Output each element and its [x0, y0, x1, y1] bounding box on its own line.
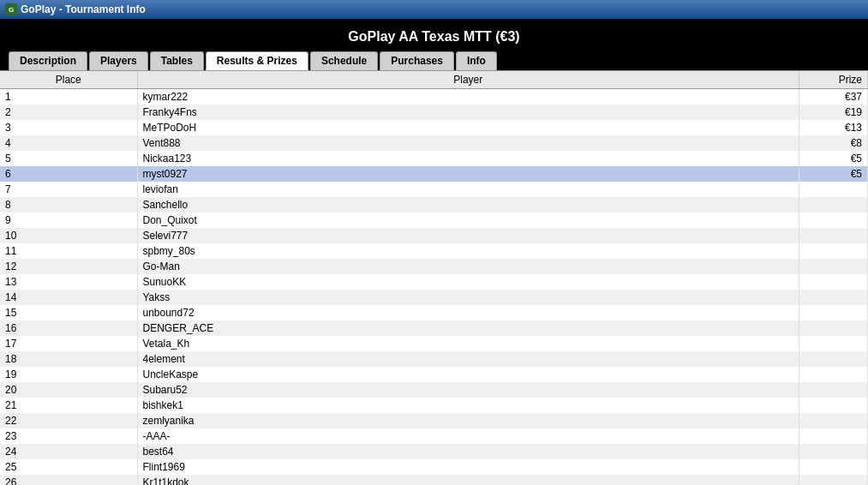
tab-info[interactable]: Info — [456, 51, 497, 70]
player-cell: Nickaa123 — [137, 151, 799, 166]
prize-cell — [799, 197, 868, 213]
place-cell: 14 — [0, 290, 137, 305]
place-cell: 26 — [0, 475, 137, 485]
results-table-container: Place Player Prize 1kymar222€372Franky4F… — [0, 70, 868, 485]
player-cell: Vetala_Kh — [137, 336, 799, 351]
place-cell: 16 — [0, 320, 137, 336]
place-cell: 20 — [0, 382, 137, 398]
prize-cell — [799, 475, 868, 485]
prize-cell — [799, 351, 868, 367]
tab-results[interactable]: Results & Prizes — [206, 51, 308, 70]
prize-cell — [799, 398, 868, 413]
prize-cell: €37 — [799, 89, 868, 105]
player-cell: zemlyanika — [137, 413, 799, 428]
tournament-title: GoPlay AA Texas MTT (€3) — [0, 24, 868, 51]
table-header-row: Place Player Prize — [0, 71, 868, 89]
prize-cell: €13 — [799, 120, 868, 135]
table-row: 13SunuoKK — [0, 274, 868, 290]
tab-players[interactable]: Players — [89, 51, 148, 70]
place-column-header: Place — [0, 71, 137, 89]
table-row: 15unbound72 — [0, 305, 868, 320]
place-cell: 3 — [0, 120, 137, 135]
prize-cell: €19 — [799, 105, 868, 120]
prize-cell — [799, 274, 868, 290]
table-row: 21bishkek1 — [0, 398, 868, 413]
table-row: 16DENGER_ACE — [0, 320, 868, 336]
table-row: 8Sanchello — [0, 197, 868, 213]
place-cell: 9 — [0, 213, 137, 228]
place-cell: 23 — [0, 428, 137, 444]
player-cell: MeTPоDoH — [137, 120, 799, 135]
tab-purchases[interactable]: Purchases — [380, 51, 454, 70]
table-row: 25Flint1969 — [0, 459, 868, 475]
prize-cell — [799, 228, 868, 243]
tab-tables[interactable]: Tables — [150, 51, 204, 70]
prize-column-header: Prize — [799, 71, 868, 89]
player-cell: Selevi777 — [137, 228, 799, 243]
table-row: 17Vetala_Kh — [0, 336, 868, 351]
table-row: 9Don_Quixot — [0, 213, 868, 228]
prize-cell — [799, 320, 868, 336]
table-row: 4Vent888€8 — [0, 135, 868, 151]
app-icon: G — [5, 3, 17, 15]
tab-schedule[interactable]: Schedule — [310, 51, 378, 70]
player-cell: Sanchello — [137, 197, 799, 213]
table-row: 184element — [0, 351, 868, 367]
player-cell: UncleKaspe — [137, 367, 799, 382]
tab-description[interactable]: Description — [9, 51, 87, 70]
place-cell: 8 — [0, 197, 137, 213]
prize-cell — [799, 428, 868, 444]
prize-cell — [799, 413, 868, 428]
place-cell: 18 — [0, 351, 137, 367]
place-cell: 4 — [0, 135, 137, 151]
player-cell: myst0927 — [137, 166, 799, 182]
player-cell: Go-Man — [137, 259, 799, 274]
table-row: 3MeTPоDoH€13 — [0, 120, 868, 135]
player-cell: 4element — [137, 351, 799, 367]
player-cell: Vent888 — [137, 135, 799, 151]
place-cell: 2 — [0, 105, 137, 120]
table-row: 24best64 — [0, 444, 868, 459]
player-cell: -AAA- — [137, 428, 799, 444]
title-bar: G GoPlay - Tournament Info — [0, 0, 868, 19]
player-cell: Flint1969 — [137, 459, 799, 475]
table-row: 20Subaru52 — [0, 382, 868, 398]
place-cell: 7 — [0, 182, 137, 197]
prize-cell — [799, 382, 868, 398]
place-cell: 6 — [0, 166, 137, 182]
player-cell: Kr1t1kdok — [137, 475, 799, 485]
table-row: 5Nickaa123€5 — [0, 151, 868, 166]
place-cell: 1 — [0, 89, 137, 105]
place-cell: 17 — [0, 336, 137, 351]
prize-cell: €5 — [799, 151, 868, 166]
table-row: 23-AAA- — [0, 428, 868, 444]
prize-cell — [799, 259, 868, 274]
table-row: 12Go-Man — [0, 259, 868, 274]
prize-cell — [799, 336, 868, 351]
table-row: 1kymar222€37 — [0, 89, 868, 105]
prize-cell — [799, 290, 868, 305]
table-row: 26Kr1t1kdok — [0, 475, 868, 485]
player-cell: DENGER_ACE — [137, 320, 799, 336]
place-cell: 24 — [0, 444, 137, 459]
prize-cell — [799, 367, 868, 382]
place-cell: 13 — [0, 274, 137, 290]
player-cell: unbound72 — [137, 305, 799, 320]
prize-cell — [799, 305, 868, 320]
place-cell: 10 — [0, 228, 137, 243]
place-cell: 12 — [0, 259, 137, 274]
prize-cell: €5 — [799, 166, 868, 182]
player-cell: kymar222 — [137, 89, 799, 105]
results-table-body: 1kymar222€372Franky4Fns€193MeTPоDoH€134V… — [0, 89, 868, 486]
title-text: GoPlay - Tournament Info — [21, 3, 146, 15]
tab-bar: DescriptionPlayersTablesResults & Prizes… — [0, 51, 868, 70]
player-cell: bishkek1 — [137, 398, 799, 413]
table-row: 22zemlyanika — [0, 413, 868, 428]
place-cell: 22 — [0, 413, 137, 428]
table-row: 7leviofan — [0, 182, 868, 197]
player-cell: spbmy_80s — [137, 243, 799, 259]
prize-cell — [799, 243, 868, 259]
main-content: GoPlay AA Texas MTT (€3) DescriptionPlay… — [0, 19, 868, 485]
player-cell: Subaru52 — [137, 382, 799, 398]
place-cell: 19 — [0, 367, 137, 382]
